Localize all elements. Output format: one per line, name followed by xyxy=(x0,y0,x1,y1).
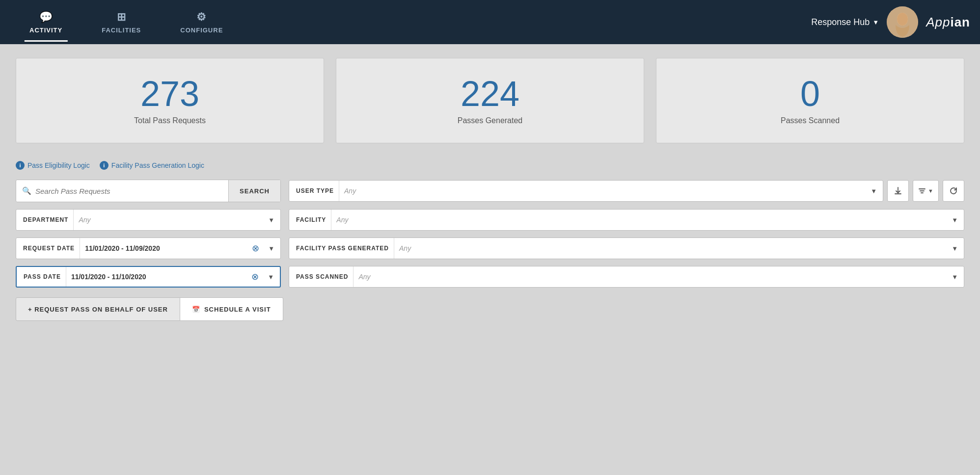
nav-item-configure[interactable]: ⚙ CONFIGURE xyxy=(161,6,243,39)
user-type-chevron[interactable]: ▼ xyxy=(865,187,883,195)
stat-label-generated: Passes Generated xyxy=(458,116,523,125)
stat-number-total: 273 xyxy=(140,76,199,111)
user-type-value: Any xyxy=(339,187,865,195)
configure-icon: ⚙ xyxy=(196,11,207,24)
facility-pass-link[interactable]: i Facility Pass Generation Logic xyxy=(100,161,204,170)
filter-row-2: DEPARTMENT Any ▼ FACILITY Any ▼ xyxy=(16,209,964,231)
request-date-chevron[interactable]: ▼ xyxy=(262,245,280,252)
user-type-label: USER TYPE xyxy=(289,181,339,201)
pass-date-value: 11/01/2020 - 11/10/2020 xyxy=(66,273,248,281)
nav-right: Response Hub ▼ Appian xyxy=(811,6,970,38)
activity-icon: 💬 xyxy=(39,11,53,24)
stat-number-scanned: 0 xyxy=(800,76,820,111)
request-pass-button[interactable]: + REQUEST PASS ON BEHALF OF USER xyxy=(16,297,180,321)
department-label: DEPARTMENT xyxy=(16,210,74,230)
icon-btn-group: ▼ xyxy=(887,180,964,202)
nav-items: 💬 ACTIVITY ⊞ FACILITIES ⚙ CONFIGURE xyxy=(10,6,811,39)
app-dropdown[interactable]: Response Hub ▼ xyxy=(811,17,879,27)
schedule-visit-button[interactable]: 📅 SCHEDULE A VISIT xyxy=(180,297,283,321)
filter-row-1: 🔍 SEARCH USER TYPE Any ▼ xyxy=(16,180,964,202)
appian-logo-text: Appian xyxy=(926,15,970,29)
pass-date-chevron[interactable]: ▼ xyxy=(262,273,280,281)
info-icon-eligibility: i xyxy=(16,161,25,170)
facility-select[interactable]: FACILITY Any ▼ xyxy=(289,209,964,231)
pass-date-select[interactable]: PASS DATE 11/01/2020 - 11/10/2020 ⊗ ▼ xyxy=(16,266,281,288)
pass-scanned-label: PASS SCANNED xyxy=(289,266,354,287)
nav-label-activity: ACTIVITY xyxy=(29,26,62,34)
stat-card-passes-scanned: 0 Passes Scanned xyxy=(656,58,964,143)
row-1-right: USER TYPE Any ▼ ▼ xyxy=(289,180,964,202)
search-input-inner: 🔍 xyxy=(16,180,228,202)
filter-row-4: PASS DATE 11/01/2020 - 11/10/2020 ⊗ ▼ PA… xyxy=(16,266,964,288)
download-button[interactable] xyxy=(887,180,909,202)
nav-label-facilities: FACILITIES xyxy=(102,26,141,34)
action-buttons: + REQUEST PASS ON BEHALF OF USER 📅 SCHED… xyxy=(16,297,964,321)
svg-point-3 xyxy=(897,13,908,26)
facility-label: FACILITY xyxy=(289,210,331,230)
appian-logo: Appian xyxy=(926,15,970,30)
nav-item-activity[interactable]: 💬 ACTIVITY xyxy=(10,6,82,39)
schedule-visit-label: SCHEDULE A VISIT xyxy=(204,306,271,313)
facility-pass-generated-select[interactable]: FACILITY PASS GENERATED Any ▼ xyxy=(289,238,964,259)
navbar: 💬 ACTIVITY ⊞ FACILITIES ⚙ CONFIGURE Resp… xyxy=(0,0,980,44)
nav-item-facilities[interactable]: ⊞ FACILITIES xyxy=(82,6,161,39)
app-dropdown-label: Response Hub xyxy=(811,17,870,27)
stat-number-generated: 224 xyxy=(461,76,519,111)
logic-links: i Pass Eligibility Logic i Facility Pass… xyxy=(16,161,964,170)
info-icon-facility: i xyxy=(100,161,109,170)
facility-pass-label: Facility Pass Generation Logic xyxy=(111,161,204,169)
search-input[interactable] xyxy=(35,187,222,195)
pass-eligibility-link[interactable]: i Pass Eligibility Logic xyxy=(16,161,90,170)
request-date-select[interactable]: REQUEST DATE 11/01/2020 - 11/09/2020 ⊗ ▼ xyxy=(16,238,281,259)
search-icon: 🔍 xyxy=(22,186,31,195)
main-content: 273 Total Pass Requests 224 Passes Gener… xyxy=(0,44,980,335)
pass-scanned-select[interactable]: PASS SCANNED Any ▼ xyxy=(289,266,964,288)
pass-date-clear-icon[interactable]: ⊗ xyxy=(248,271,262,282)
stat-cards: 273 Total Pass Requests 224 Passes Gener… xyxy=(16,58,964,143)
pass-date-label: PASS DATE xyxy=(17,267,66,287)
facility-value: Any xyxy=(331,216,946,224)
facility-pass-generated-label: FACILITY PASS GENERATED xyxy=(289,238,394,259)
request-date-label: REQUEST DATE xyxy=(16,238,80,259)
request-date-value: 11/01/2020 - 11/09/2020 xyxy=(80,244,249,252)
user-type-select[interactable]: USER TYPE Any ▼ xyxy=(289,180,883,202)
pass-scanned-chevron[interactable]: ▼ xyxy=(946,273,964,281)
request-date-clear-icon[interactable]: ⊗ xyxy=(249,243,262,254)
facility-chevron[interactable]: ▼ xyxy=(946,216,964,224)
filter-row-3: REQUEST DATE 11/01/2020 - 11/09/2020 ⊗ ▼… xyxy=(16,238,964,259)
department-value: Any xyxy=(74,216,262,224)
pass-eligibility-label: Pass Eligibility Logic xyxy=(27,161,90,169)
search-wrap: 🔍 SEARCH xyxy=(16,180,281,202)
pass-scanned-value: Any xyxy=(354,273,946,281)
filter-chevron-icon: ▼ xyxy=(928,188,933,194)
stat-card-total-pass-requests: 273 Total Pass Requests xyxy=(16,58,324,143)
nav-label-configure: CONFIGURE xyxy=(180,26,223,34)
department-chevron[interactable]: ▼ xyxy=(262,216,280,224)
facilities-icon: ⊞ xyxy=(117,11,126,24)
department-select[interactable]: DEPARTMENT Any ▼ xyxy=(16,209,281,231)
facility-pass-generated-value: Any xyxy=(394,244,946,252)
avatar[interactable] xyxy=(887,6,918,38)
refresh-button[interactable] xyxy=(943,180,964,202)
filter-section: 🔍 SEARCH USER TYPE Any ▼ xyxy=(16,180,964,321)
chevron-down-icon: ▼ xyxy=(872,19,879,26)
stat-card-passes-generated: 224 Passes Generated xyxy=(336,58,644,143)
search-button[interactable]: SEARCH xyxy=(228,180,280,202)
facility-pass-generated-chevron[interactable]: ▼ xyxy=(946,245,964,252)
stat-label-scanned: Passes Scanned xyxy=(781,116,840,125)
stat-label-total: Total Pass Requests xyxy=(134,116,206,125)
filter-button[interactable]: ▼ xyxy=(913,180,939,202)
calendar-icon: 📅 xyxy=(192,306,200,313)
